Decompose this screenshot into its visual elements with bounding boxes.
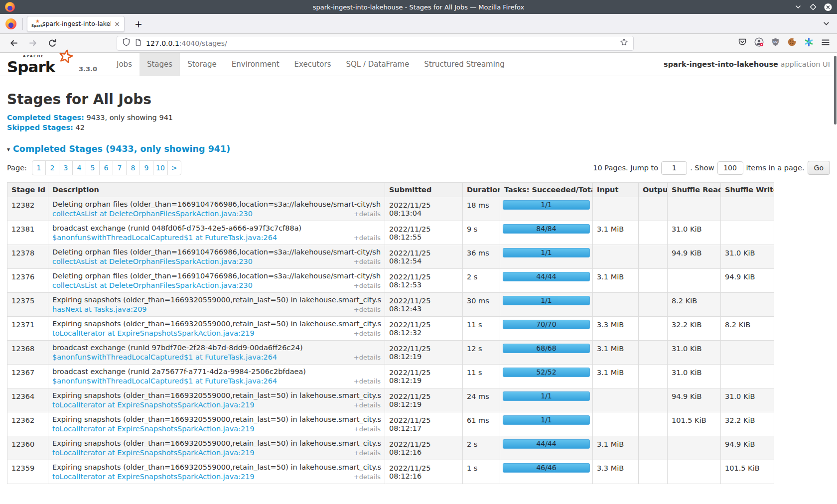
jump-to-page-input[interactable]: [661, 161, 687, 175]
description-cell: Expiring snapshots (older_than=166932055…: [48, 293, 385, 317]
details-toggle[interactable]: +details: [354, 258, 381, 265]
tracking-protection-shield-icon[interactable]: [122, 38, 131, 48]
page-button-4[interactable]: 4: [72, 160, 86, 175]
account-profile-icon[interactable]: [754, 37, 764, 49]
go-button[interactable]: Go: [808, 161, 830, 175]
stage-callsite-link[interactable]: toLocalIterator at ExpireSnapshotsSparkA…: [52, 401, 255, 409]
window-close-button[interactable]: [824, 3, 832, 11]
list-tabs-chevron-icon[interactable]: [823, 20, 830, 29]
column-header-input[interactable]: Input: [593, 183, 639, 197]
details-toggle[interactable]: +details: [354, 234, 381, 242]
column-header-duration[interactable]: Duration: [463, 183, 500, 197]
details-toggle[interactable]: +details: [354, 425, 381, 433]
completed-stages-section-header[interactable]: ▾Completed Stages (9433, only showing 94…: [7, 144, 830, 154]
column-header-output[interactable]: Output: [639, 183, 668, 197]
column-header-description[interactable]: Description: [48, 183, 385, 197]
menu-hamburger-icon[interactable]: [821, 38, 830, 49]
nav-tab-storage[interactable]: Storage: [180, 53, 224, 76]
stage-callsite-link[interactable]: collectAsList at DeleteOrphanFilesSparkA…: [52, 257, 253, 265]
extension-asterisk-icon[interactable]: [804, 37, 814, 49]
back-button[interactable]: [4, 38, 23, 48]
browser-window: spark-ingest-into-lakehouse - Stages for…: [0, 0, 837, 504]
page-button-10[interactable]: 10: [153, 160, 168, 175]
stage-callsite-link[interactable]: collectAsList at DeleteOrphanFilesSparkA…: [52, 281, 253, 289]
tasks-cell: 70/70: [500, 317, 593, 341]
tasks-cell: 84/84: [500, 221, 593, 245]
column-header-shuffle-write[interactable]: Shuffle Write: [721, 183, 774, 197]
page-button-3[interactable]: 3: [59, 160, 73, 175]
page-button-7[interactable]: 7: [113, 160, 127, 175]
column-header-stage-id[interactable]: Stage Id ▾: [7, 183, 48, 197]
page-button-9[interactable]: 9: [140, 160, 153, 175]
stage-callsite-link[interactable]: collectAsList at DeleteOrphanFilesSparkA…: [52, 210, 253, 218]
tasks-cell: 68/68: [500, 341, 593, 365]
details-toggle[interactable]: +details: [354, 473, 381, 481]
browser-tab[interactable]: ★Spark spark-ingest-into-lakehous ×: [27, 16, 125, 32]
nav-tab-environment[interactable]: Environment: [224, 53, 287, 76]
stage-row-12359: 12359 Expiring snapshots (older_than=166…: [7, 460, 774, 484]
nav-tab-structured-streaming[interactable]: Structured Streaming: [417, 53, 512, 76]
stage-callsite-link[interactable]: toLocalIterator at ExpireSnapshotsSparkA…: [52, 473, 255, 481]
page-button-next[interactable]: >: [167, 160, 181, 175]
page-info-icon[interactable]: [135, 38, 142, 48]
vertical-scrollbar-thumb[interactable]: [834, 56, 837, 125]
page-button-5[interactable]: 5: [86, 160, 100, 175]
firefox-icon: [5, 2, 15, 12]
nav-tab-stages[interactable]: Stages: [140, 53, 180, 76]
firefox-view-button[interactable]: [5, 18, 16, 29]
details-toggle[interactable]: +details: [354, 282, 381, 289]
stage-callsite-link[interactable]: $anonfun$withThreadLocalCaptured$1 at Fu…: [52, 353, 277, 361]
details-toggle[interactable]: +details: [354, 306, 381, 313]
details-toggle[interactable]: +details: [354, 210, 381, 218]
spark-logo[interactable]: APACHE Spark: [7, 54, 71, 75]
stage-callsite-link[interactable]: toLocalIterator at ExpireSnapshotsSparkA…: [52, 329, 255, 337]
pocket-icon[interactable]: [738, 38, 747, 48]
stage-callsite-link[interactable]: toLocalIterator at ExpireSnapshotsSparkA…: [52, 449, 255, 457]
page-button-8[interactable]: 8: [126, 160, 140, 175]
submitted-cell: 2022/11/25 08:12:19: [385, 341, 463, 365]
url-bar[interactable]: 127.0.0.1:4040/stages/: [117, 36, 634, 51]
details-toggle[interactable]: +details: [354, 449, 381, 457]
bookmark-star-icon[interactable]: [620, 38, 628, 48]
pagination-row: Page: 12345678910> 10 Pages. Jump to . S…: [7, 160, 830, 175]
stage-description: Deleting orphan files (older_than=166910…: [52, 272, 381, 280]
forward-button[interactable]: [23, 38, 43, 48]
page-button-6[interactable]: 6: [99, 160, 113, 175]
description-cell: broadcast exchange (runId 2a75677f-a771-…: [48, 365, 385, 388]
reload-button[interactable]: [43, 39, 62, 48]
page-button-1[interactable]: 1: [32, 160, 46, 175]
stage-callsite-link[interactable]: $anonfun$withThreadLocalCaptured$1 at Fu…: [52, 234, 277, 242]
completed-stages-link[interactable]: Completed Stages:: [7, 114, 84, 122]
description-cell: Expiring snapshots (older_than=166932055…: [48, 317, 385, 341]
nav-tab-sql-dataframe[interactable]: SQL / DataFrame: [339, 53, 417, 76]
column-header-shuffle-read[interactable]: Shuffle Read: [668, 183, 721, 197]
shuffle-read-cell: 32.2 KiB: [668, 317, 721, 341]
svg-text:UO: UO: [773, 40, 778, 43]
stage-callsite-link[interactable]: toLocalIterator at ExpireSnapshotsSparkA…: [52, 425, 255, 433]
details-toggle[interactable]: +details: [354, 378, 381, 385]
column-header-submitted[interactable]: Submitted: [385, 183, 463, 197]
shuffle-write-cell: 31.0 KiB: [721, 388, 774, 412]
stage-callsite-link[interactable]: $anonfun$withThreadLocalCaptured$1 at Fu…: [52, 377, 277, 385]
page-button-2[interactable]: 2: [45, 160, 59, 175]
window-maximize-button[interactable]: [809, 3, 817, 11]
output-cell: [639, 221, 668, 245]
tab-bar: ★Spark spark-ingest-into-lakehous × +: [0, 14, 837, 34]
column-header-tasks-succeeded-total[interactable]: Tasks: Succeeded/Total: [500, 183, 593, 197]
details-toggle[interactable]: +details: [354, 401, 381, 409]
output-cell: [639, 412, 668, 436]
tab-close-icon[interactable]: ×: [114, 20, 120, 27]
nav-tab-jobs[interactable]: Jobs: [109, 53, 140, 76]
ublock-origin-icon[interactable]: UO: [771, 38, 780, 48]
cookie-icon[interactable]: [787, 37, 797, 49]
stage-callsite-link[interactable]: hasNext at Tasks.java:209: [52, 305, 147, 313]
items-per-page-input[interactable]: [717, 161, 743, 175]
stage-id-cell: 12376: [7, 269, 48, 293]
new-tab-button[interactable]: +: [129, 18, 148, 29]
stage-id-cell: 12371: [7, 317, 48, 341]
details-toggle[interactable]: +details: [354, 330, 381, 337]
skipped-stages-link[interactable]: Skipped Stages:: [7, 124, 73, 131]
window-minimize-button[interactable]: [794, 3, 802, 11]
nav-tab-executors[interactable]: Executors: [287, 53, 339, 76]
details-toggle[interactable]: +details: [354, 354, 381, 361]
